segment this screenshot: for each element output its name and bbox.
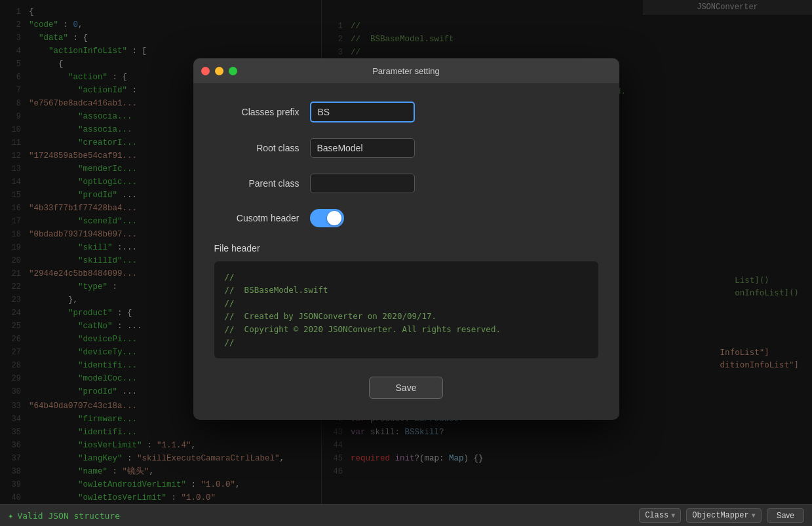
parameter-setting-modal: Parameter setting Classes prefix Root cl… xyxy=(193,58,619,420)
parent-class-row: Parent class xyxy=(214,174,598,193)
modal-save-button[interactable]: Save xyxy=(369,377,444,399)
fh-line-5: // Copyright © 2020 JSONConverter. All r… xyxy=(225,323,588,336)
fh-line-3: // xyxy=(225,297,588,310)
classes-prefix-label: Classes prefix xyxy=(214,107,300,117)
custom-header-row: Cusotm header xyxy=(214,209,598,227)
custom-header-label: Cusotm header xyxy=(214,213,300,223)
maximize-button[interactable] xyxy=(229,67,237,75)
status-right: Class ▼ ObjectMapper ▼ Save xyxy=(639,508,804,523)
modal-overlay: Parameter setting Classes prefix Root cl… xyxy=(0,0,812,504)
status-text: Valid JSON structure xyxy=(17,511,120,521)
mapper-dropdown[interactable]: ObjectMapper ▼ xyxy=(686,508,761,523)
fh-line-2: // BSBaseModel.swift xyxy=(225,284,588,297)
file-header-label: File header xyxy=(214,243,598,254)
toggle-slider xyxy=(310,209,344,227)
file-header-section: File header // // BSBaseModel.swift // /… xyxy=(214,243,598,358)
mapper-dropdown-label: ObjectMapper xyxy=(692,511,748,520)
class-dropdown[interactable]: Class ▼ xyxy=(639,508,681,523)
custom-header-toggle-container xyxy=(310,209,344,227)
root-class-input[interactable] xyxy=(310,138,415,158)
save-button-row: Save xyxy=(214,377,598,399)
fh-line-4: // Created by JSONConverter on 2020/09/1… xyxy=(225,310,588,323)
class-dropdown-label: Class xyxy=(645,511,668,520)
fh-line-6: // xyxy=(225,336,588,349)
modal-title-bar: Parameter setting xyxy=(193,58,619,83)
classes-prefix-input[interactable] xyxy=(310,102,415,122)
status-bar: ✦ Valid JSON structure Class ▼ ObjectMap… xyxy=(0,504,812,526)
status-save-button[interactable]: Save xyxy=(767,508,804,523)
root-class-label: Root class xyxy=(214,143,300,153)
custom-header-toggle[interactable] xyxy=(310,209,344,227)
parent-class-label: Parent class xyxy=(214,178,300,189)
modal-title: Parameter setting xyxy=(372,66,440,76)
chevron-down-icon: ▼ xyxy=(752,512,756,519)
chevron-down-icon: ▼ xyxy=(671,512,675,519)
parent-class-input[interactable] xyxy=(310,174,415,193)
minimize-button[interactable] xyxy=(215,67,223,75)
modal-body: Classes prefix Root class Parent class C… xyxy=(193,83,619,420)
close-button[interactable] xyxy=(201,67,210,75)
root-class-row: Root class xyxy=(214,138,598,158)
window-controls xyxy=(201,67,237,75)
classes-prefix-row: Classes prefix xyxy=(214,102,598,122)
status-left: ✦ Valid JSON structure xyxy=(8,510,634,521)
file-header-box[interactable]: // // BSBaseModel.swift // // Created by… xyxy=(214,261,598,358)
status-icon: ✦ xyxy=(8,510,13,521)
fh-line-1: // xyxy=(225,271,588,284)
